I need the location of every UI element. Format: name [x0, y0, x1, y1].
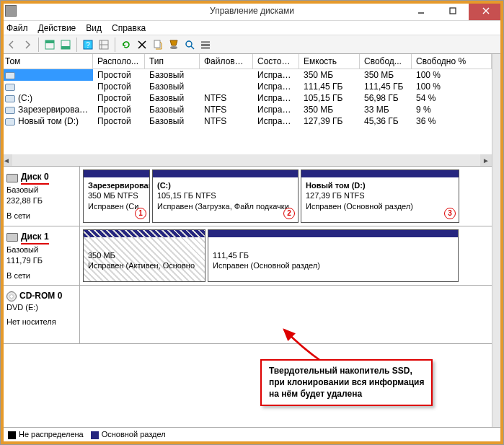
column-header[interactable]: Свобод...	[360, 54, 412, 69]
titlebar: Управление дисками	[1, 1, 503, 21]
svg-point-16	[170, 46, 177, 49]
table-cell: NTFS	[200, 92, 253, 104]
legend: Не распределена Основной раздел	[4, 427, 500, 441]
view-bottom-icon[interactable]	[58, 38, 73, 52]
forward-icon[interactable]	[20, 38, 35, 52]
table-cell: Базовый	[145, 81, 200, 92]
partition-header	[84, 230, 205, 237]
disk-info-panel[interactable]: CD-ROM 0DVD (E:)Нет носителя	[1, 286, 80, 343]
disk-name: Диск 1	[21, 231, 49, 244]
table-row[interactable]: (C:)ПростойБазовыйNTFSИсправен...105,15 …	[1, 92, 492, 104]
column-header[interactable]: Тип	[145, 54, 200, 69]
delete-icon[interactable]	[135, 38, 149, 52]
volume-icon	[5, 95, 15, 102]
annotation-line-3: на нём будет удалена	[269, 388, 424, 400]
vertical-scrollbar[interactable]	[492, 54, 503, 428]
table-cell: 100 %	[412, 81, 492, 92]
hdd-icon	[6, 174, 18, 182]
disk-type: Базовый	[6, 244, 74, 255]
column-header[interactable]: Свободно %	[412, 54, 492, 69]
disk-status: Нет носителя	[6, 317, 74, 327]
table-cell: 105,15 ГБ	[299, 92, 360, 104]
table-row[interactable]: Новый том (D:)ПростойБазовыйNTFSИсправен…	[1, 115, 492, 127]
table-cell: 54 %	[412, 92, 492, 104]
table-cell: 350 МБ	[299, 104, 360, 115]
partition[interactable]: 350 МБИсправен (Активен, Основно	[83, 229, 205, 283]
properties-icon[interactable]	[151, 38, 165, 52]
table-cell: 127,39 ГБ	[299, 115, 360, 127]
hdd-icon	[6, 233, 18, 242]
column-header[interactable]: Состояние	[253, 54, 299, 69]
table-cell: 111,45 ГБ	[360, 81, 412, 92]
legend-primary: Основной раздел	[102, 430, 166, 439]
disk-status: В сети	[6, 211, 74, 221]
table-cell: NTFS	[200, 104, 253, 115]
column-header[interactable]: Емкость	[299, 54, 360, 69]
volume-table: ТомРасполо...ТипФайловая с...СостояниеЕм…	[1, 54, 492, 167]
search-icon[interactable]	[182, 38, 197, 52]
refresh-icon[interactable]	[119, 38, 133, 52]
partition-header	[153, 170, 298, 177]
table-cell: 111,45 ГБ	[299, 81, 360, 92]
partition[interactable]: Зарезервирован350 МБ NTFSИсправен (Си1	[83, 169, 150, 223]
annotation-number: 3	[444, 208, 456, 219]
maximize-button[interactable]	[437, 1, 469, 20]
partition[interactable]: 111,45 ГБИсправен (Основной раздел)	[208, 229, 459, 283]
back-icon[interactable]	[4, 38, 19, 52]
table-cell: Исправен...	[253, 81, 299, 92]
column-header[interactable]: Файловая с...	[200, 54, 253, 69]
table-cell: 100 %	[412, 69, 492, 81]
table-cell: Простой	[93, 104, 145, 115]
table-cell: Простой	[93, 92, 145, 104]
table-cell: Новый том (D:)	[1, 115, 93, 127]
view-top-icon[interactable]	[43, 38, 57, 52]
partition-header	[301, 170, 459, 177]
disk-size: 232,88 ГБ	[6, 195, 74, 206]
svg-rect-21	[201, 47, 210, 49]
disk-name: CD-ROM 0	[19, 290, 62, 301]
disk-status: В сети	[6, 270, 74, 281]
minimize-button[interactable]	[405, 1, 437, 20]
menu-help[interactable]: Справка	[112, 23, 146, 33]
disk-info-panel[interactable]: Диск 1Базовый111,79 ГБВ сети	[1, 226, 80, 286]
legend-unallocated: Не распределена	[19, 430, 84, 439]
partition-title: Новый том (D:)	[306, 181, 366, 190]
table-cell: Исправен...	[253, 92, 299, 104]
partition[interactable]: (C:)105,15 ГБ NTFSИсправен (Загрузка, Фа…	[152, 169, 299, 223]
disk-row: Диск 1Базовый111,79 ГБВ сети350 МБИсправ…	[1, 226, 492, 286]
table-cell: Базовый	[145, 104, 200, 115]
svg-text:?: ?	[86, 41, 90, 49]
partition-size: 350 МБ NTFS	[88, 191, 138, 200]
volume-icon	[5, 118, 15, 125]
partition[interactable]: Новый том (D:)127,39 ГБ NTFSИсправен (Ос…	[301, 169, 459, 223]
svg-rect-15	[154, 40, 160, 48]
partition-size: 105,15 ГБ NTFS	[157, 191, 216, 200]
horizontal-scrollbar[interactable]: ◄►	[1, 154, 492, 166]
table-row[interactable]: Зарезервировано...ПростойБазовыйNTFSИспр…	[1, 104, 492, 115]
column-header[interactable]: Располо...	[93, 54, 145, 69]
disk-size: 111,79 ГБ	[6, 255, 74, 266]
eject-icon[interactable]	[167, 38, 181, 52]
disk-info-panel[interactable]: Диск 0Базовый232,88 ГБВ сети	[1, 167, 80, 226]
settings-icon[interactable]	[97, 38, 111, 52]
help-icon[interactable]: ?	[81, 38, 95, 52]
table-row[interactable]: ПростойБазовыйИсправен...111,45 ГБ111,45…	[1, 81, 492, 92]
partition-status: Исправен (Основной раздел)	[306, 202, 413, 211]
app-icon	[5, 5, 17, 17]
partition-size: 111,45 ГБ	[213, 251, 249, 260]
table-cell: 36 %	[412, 115, 492, 127]
menu-file[interactable]: Файл	[6, 23, 28, 33]
table-row[interactable]: ПростойБазовыйИсправен...350 МБ350 МБ100…	[1, 69, 492, 81]
partition-title: (C:)	[157, 181, 171, 190]
close-button[interactable]	[469, 1, 503, 20]
column-header[interactable]: Том	[1, 54, 93, 69]
disk-list-icon[interactable]	[198, 38, 213, 52]
annotation-number: 1	[135, 208, 146, 219]
menu-action[interactable]: Действие	[38, 23, 76, 33]
volume-icon	[5, 107, 15, 114]
partition-header	[84, 170, 149, 177]
menu-view[interactable]: Вид	[86, 23, 102, 33]
annotation-number: 2	[283, 208, 295, 219]
table-cell: 45,36 ГБ	[360, 115, 412, 127]
table-cell	[200, 81, 253, 92]
